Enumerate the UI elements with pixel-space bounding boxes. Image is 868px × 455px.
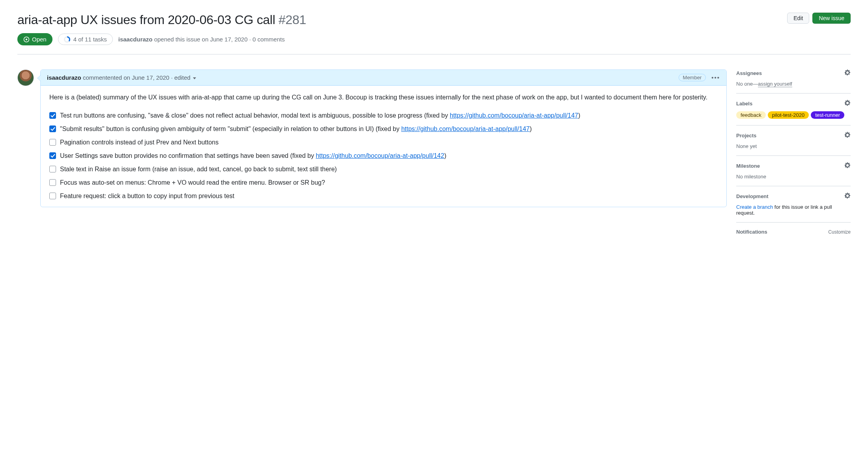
task-item: Feature request: click a button to copy … xyxy=(49,189,718,203)
task-text: "Submit results" button is confusing giv… xyxy=(60,124,532,134)
task-text: Focus was auto-set on menus: Chrome + VO… xyxy=(60,178,325,187)
gear-icon[interactable] xyxy=(844,69,851,77)
task-link[interactable]: https://github.com/bocoup/aria-at-app/pu… xyxy=(450,112,578,119)
task-checkbox[interactable] xyxy=(49,179,56,186)
edited-dropdown-icon[interactable] xyxy=(193,77,196,79)
gear-icon[interactable] xyxy=(844,162,851,170)
opened-by-line: isaacdurazo opened this issue on June 17… xyxy=(118,36,285,43)
svg-point-1 xyxy=(26,38,27,40)
task-item: Stale text in Raise an issue form (raise… xyxy=(49,163,718,176)
task-checkbox[interactable] xyxy=(49,166,56,172)
assignees-body: No one—assign yourself xyxy=(736,81,851,87)
task-checkbox[interactable] xyxy=(49,112,56,119)
comment-caret-icon xyxy=(37,75,41,81)
task-link[interactable]: https://github.com/bocoup/aria-at-app/pu… xyxy=(401,125,530,132)
assignees-heading[interactable]: Assignees xyxy=(736,70,762,76)
issue-open-icon xyxy=(23,36,30,43)
development-heading[interactable]: Development xyxy=(736,193,769,199)
new-issue-button[interactable]: New issue xyxy=(812,13,851,24)
task-text: Pagination controls instead of just Prev… xyxy=(60,138,219,147)
issue-title: aria-at-app UX issues from 2020-06-03 CG… xyxy=(17,12,781,28)
notifications-heading: Notifications xyxy=(736,229,767,235)
projects-heading[interactable]: Projects xyxy=(736,133,756,139)
gear-icon[interactable] xyxy=(844,132,851,139)
task-text: Stale text in Raise an issue form (raise… xyxy=(60,165,337,174)
task-item: Test run buttons are confusing, "save & … xyxy=(49,109,718,122)
label-feedback[interactable]: feedback xyxy=(736,111,766,119)
gear-icon[interactable] xyxy=(844,100,851,107)
avatar[interactable] xyxy=(17,69,34,86)
task-item: Pagination controls instead of just Prev… xyxy=(49,136,718,149)
author-link[interactable]: isaacdurazo xyxy=(118,36,153,43)
edit-button[interactable]: Edit xyxy=(787,13,809,24)
label-pilot-test-2020[interactable]: pilot-test-2020 xyxy=(768,111,809,119)
task-checkbox[interactable] xyxy=(49,139,56,146)
task-checkbox[interactable] xyxy=(49,125,56,132)
task-checkbox[interactable] xyxy=(49,193,56,199)
milestone-heading[interactable]: Milestone xyxy=(736,163,760,169)
task-link[interactable]: https://github.com/bocoup/aria-at-app/pu… xyxy=(316,152,444,159)
header-divider xyxy=(17,54,851,54)
state-open-badge: Open xyxy=(17,33,52,45)
labels-heading[interactable]: Labels xyxy=(736,101,752,107)
label-test-runner[interactable]: test-runner xyxy=(811,111,844,119)
task-item: "Submit results" button is confusing giv… xyxy=(49,122,718,136)
role-badge: Member xyxy=(679,74,706,81)
task-text: Test run buttons are confusing, "save & … xyxy=(60,111,580,120)
gear-icon[interactable] xyxy=(844,193,851,200)
milestone-body: No milestone xyxy=(736,174,851,180)
tasks-progress-pill[interactable]: 4 of 11 tasks xyxy=(58,34,113,45)
comment-author[interactable]: isaacdurazo xyxy=(47,74,81,81)
projects-body: None yet xyxy=(736,143,851,149)
comment-actions-menu[interactable]: ••• xyxy=(711,74,720,81)
comment-intro: Here is a (belated) summary of the UX is… xyxy=(49,93,718,103)
task-text: User Settings save button provides no co… xyxy=(60,151,446,161)
task-text: Feature request: click a button to copy … xyxy=(60,191,234,201)
create-branch-link[interactable]: Create a branch xyxy=(736,204,773,210)
development-body: Create a branch for this issue or link a… xyxy=(736,204,851,216)
assign-yourself-link[interactable]: assign yourself xyxy=(758,81,792,87)
task-checkbox[interactable] xyxy=(49,152,56,159)
task-item: Focus was auto-set on menus: Chrome + VO… xyxy=(49,176,718,189)
issue-number: #281 xyxy=(279,13,306,27)
comment: isaacdurazo commentented on June 17, 202… xyxy=(40,69,727,207)
progress-ring-icon xyxy=(64,36,70,43)
task-item: User Settings save button provides no co… xyxy=(49,149,718,163)
customize-link[interactable]: Customize xyxy=(828,229,851,235)
